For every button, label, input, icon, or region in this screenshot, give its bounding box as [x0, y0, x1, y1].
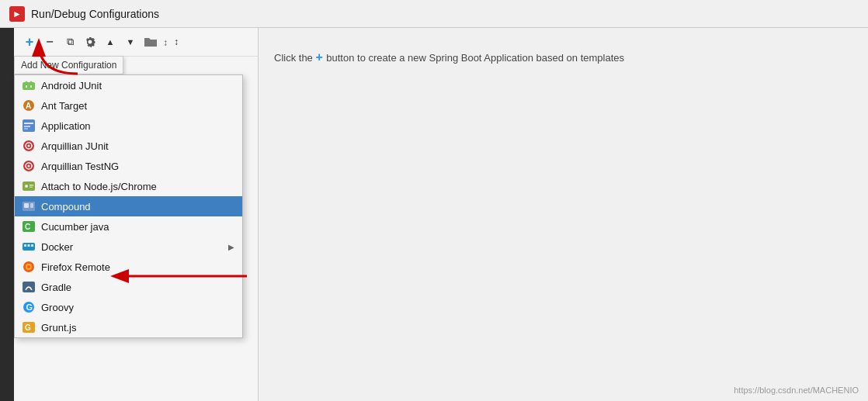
watermark: https://blog.csdn.net/MACHENIO [734, 385, 859, 395]
ant-target-label: Ant Target [41, 100, 234, 112]
cucumber-java-label: Cucumber java [41, 221, 234, 233]
arquillian-junit-label: Arquillian JUnit [41, 140, 234, 152]
sort-button[interactable]: ↕ ↕ [161, 33, 180, 51]
compound-label: Compound [41, 201, 234, 213]
svg-point-3 [30, 81, 33, 84]
menu-item-grunt-js[interactable]: G Grunt.js [15, 317, 242, 337]
grunt-js-icon: G [23, 321, 35, 334]
title-bar: ► Run/Debug Configurations [0, 0, 868, 28]
add-tooltip: Add New Configuration [14, 56, 123, 74]
firefox-remote-label: Firefox Remote [41, 261, 234, 273]
svg-point-2 [26, 81, 28, 84]
docker-icon [23, 240, 35, 253]
android-junit-label: Android JUnit [41, 80, 234, 92]
docker-arrow-icon: ▶ [228, 243, 234, 251]
menu-item-compound[interactable]: Compound [15, 196, 242, 216]
menu-item-attach-nodejs[interactable]: Attach to Node.js/Chrome [15, 176, 242, 196]
menu-item-docker[interactable]: Docker ▶ [15, 237, 242, 257]
svg-rect-24 [30, 203, 33, 208]
application-icon [23, 119, 35, 132]
cucumber-java-icon: C [23, 220, 35, 233]
menu-item-gradle[interactable]: Gradle [15, 277, 242, 297]
svg-text:C: C [25, 223, 30, 231]
svg-text:A: A [26, 102, 31, 110]
hint-text-before: Click the [274, 52, 313, 64]
arquillian-testng-icon [23, 160, 35, 172]
app-icon: ► [9, 6, 25, 22]
configuration-menu: Android JUnit A Ant Target [14, 74, 243, 338]
editor-strip [0, 28, 14, 401]
window-title: Run/Debug Configurations [31, 8, 159, 20]
attach-nodejs-icon [23, 180, 35, 192]
menu-item-groovy[interactable]: G Groovy [15, 297, 242, 317]
menu-item-android-junit[interactable]: Android JUnit [15, 75, 242, 95]
move-up-button[interactable]: ▲ [101, 33, 120, 51]
settings-button[interactable] [81, 33, 99, 51]
hint-plus-icon: + [315, 50, 326, 64]
svg-text:G: G [25, 323, 31, 332]
grunt-js-label: Grunt.js [41, 322, 234, 334]
svg-rect-1 [23, 82, 35, 90]
menu-item-firefox-remote[interactable]: Firefox Remote [15, 257, 242, 277]
attach-nodejs-label: Attach to Node.js/Chrome [41, 181, 234, 192]
compound-icon [23, 200, 35, 213]
application-label: Application [41, 120, 234, 132]
hint-text-after: button to create a new Spring Boot Appli… [326, 52, 624, 64]
svg-text:G: G [26, 302, 33, 312]
svg-point-19 [25, 185, 28, 188]
main-layout: + − ⧉ ▲ ▼ ↕ ↕ Add [0, 28, 868, 401]
svg-rect-10 [24, 126, 30, 127]
groovy-icon: G [23, 301, 35, 313]
ant-target-icon: A [23, 99, 35, 112]
menu-item-arquillian-junit[interactable]: Arquillian JUnit [15, 136, 242, 156]
svg-rect-28 [24, 244, 26, 247]
add-tooltip-text: Add New Configuration [21, 60, 116, 71]
hint-text-container: Click the + button to create a new Sprin… [274, 48, 852, 67]
menu-item-cucumber-java[interactable]: C Cucumber java [15, 216, 242, 237]
move-down-button[interactable]: ▼ [121, 33, 140, 51]
right-panel: Click the + button to create a new Sprin… [259, 28, 868, 401]
arquillian-junit-icon [23, 140, 35, 152]
svg-rect-23 [24, 203, 29, 208]
arquillian-testng-label: Arquillian TestNG [41, 161, 234, 172]
android-junit-icon [23, 79, 35, 92]
svg-rect-18 [23, 181, 35, 191]
svg-rect-11 [24, 128, 28, 130]
svg-point-33 [27, 265, 30, 268]
svg-point-17 [28, 165, 30, 168]
svg-rect-9 [24, 123, 33, 124]
firefox-remote-icon [23, 261, 35, 273]
svg-text:↕: ↕ [163, 37, 168, 47]
menu-item-application[interactable]: Application [15, 116, 242, 136]
svg-rect-30 [31, 244, 33, 247]
svg-rect-20 [30, 185, 33, 186]
groovy-label: Groovy [41, 302, 234, 313]
left-panel: + − ⧉ ▲ ▼ ↕ ↕ Add [14, 28, 259, 401]
add-button[interactable]: + [20, 33, 39, 51]
remove-button[interactable]: − [40, 33, 59, 51]
folder-button[interactable] [141, 33, 160, 51]
menu-item-arquillian-testng[interactable]: Arquillian TestNG [15, 156, 242, 176]
copy-button[interactable]: ⧉ [61, 33, 79, 51]
svg-point-14 [28, 145, 30, 147]
svg-rect-21 [30, 187, 33, 188]
docker-label: Docker [41, 241, 222, 253]
toolbar: + − ⧉ ▲ ▼ ↕ ↕ [14, 28, 258, 57]
gradle-label: Gradle [41, 282, 234, 293]
svg-rect-29 [28, 244, 30, 247]
menu-item-ant-target[interactable]: A Ant Target [15, 95, 242, 116]
gradle-icon [23, 281, 35, 293]
